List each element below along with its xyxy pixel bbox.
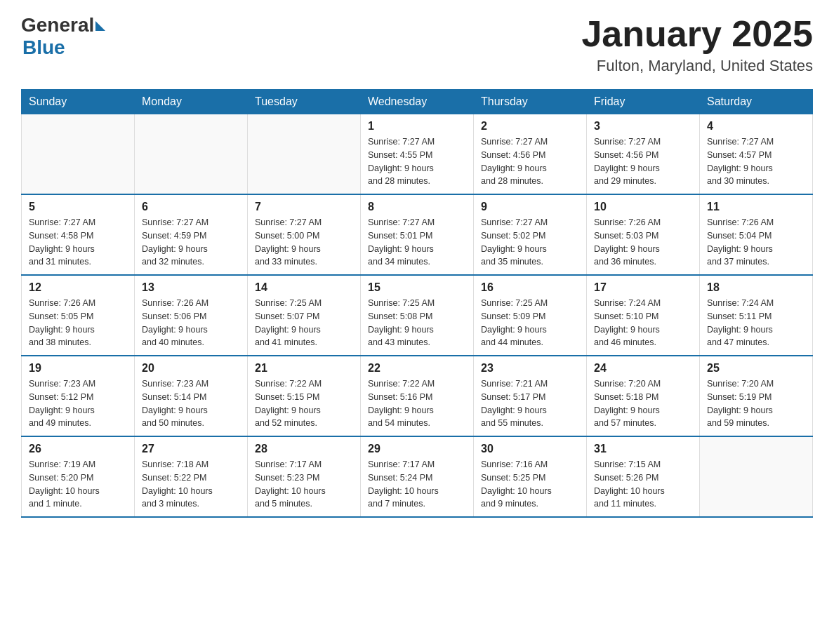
calendar-cell: 25Sunrise: 7:20 AMSunset: 5:19 PMDayligh… [700,356,813,436]
day-info: Sunrise: 7:27 AMSunset: 5:01 PMDaylight:… [368,216,466,269]
calendar-header-wednesday: Wednesday [361,90,474,114]
calendar-cell: 26Sunrise: 7:19 AMSunset: 5:20 PMDayligh… [22,436,135,517]
day-info: Sunrise: 7:27 AMSunset: 4:56 PMDaylight:… [594,135,692,188]
calendar-cell: 23Sunrise: 7:21 AMSunset: 5:17 PMDayligh… [474,356,587,436]
day-info: Sunrise: 7:26 AMSunset: 5:04 PMDaylight:… [707,216,805,269]
day-number: 12 [29,281,127,294]
day-number: 23 [481,362,579,375]
calendar-header-thursday: Thursday [474,90,587,114]
day-info: Sunrise: 7:24 AMSunset: 5:11 PMDaylight:… [707,297,805,349]
calendar-cell: 30Sunrise: 7:16 AMSunset: 5:25 PMDayligh… [474,436,587,517]
calendar-header-row: SundayMondayTuesdayWednesdayThursdayFrid… [22,90,813,114]
day-info: Sunrise: 7:27 AMSunset: 4:57 PMDaylight:… [707,135,805,188]
day-info: Sunrise: 7:25 AMSunset: 5:09 PMDaylight:… [481,297,579,349]
calendar-cell [248,114,361,195]
day-info: Sunrise: 7:15 AMSunset: 5:26 PMDaylight:… [594,458,692,511]
calendar-header-sunday: Sunday [22,90,135,114]
day-number: 20 [142,362,240,375]
day-number: 9 [481,201,579,213]
day-number: 26 [29,443,127,455]
day-number: 24 [594,362,692,375]
day-info: Sunrise: 7:22 AMSunset: 5:15 PMDaylight:… [255,377,353,430]
title-block: January 2025 Fulton, Maryland, United St… [581,14,813,75]
day-info: Sunrise: 7:24 AMSunset: 5:10 PMDaylight:… [594,297,692,349]
day-info: Sunrise: 7:22 AMSunset: 5:16 PMDaylight:… [368,377,466,430]
calendar-cell: 15Sunrise: 7:25 AMSunset: 5:08 PMDayligh… [361,275,474,356]
day-number: 25 [707,362,805,375]
calendar-cell [135,114,248,195]
calendar-header-saturday: Saturday [700,90,813,114]
day-info: Sunrise: 7:23 AMSunset: 5:14 PMDaylight:… [142,377,240,430]
day-number: 27 [142,443,240,455]
calendar-cell: 24Sunrise: 7:20 AMSunset: 5:18 PMDayligh… [587,356,700,436]
calendar-cell: 2Sunrise: 7:27 AMSunset: 4:56 PMDaylight… [474,114,587,195]
day-number: 10 [594,201,692,213]
day-number: 22 [368,362,466,375]
calendar-cell: 19Sunrise: 7:23 AMSunset: 5:12 PMDayligh… [22,356,135,436]
calendar-header-monday: Monday [135,90,248,114]
logo: General Blue [21,14,105,59]
calendar-week-row: 26Sunrise: 7:19 AMSunset: 5:20 PMDayligh… [22,436,813,517]
calendar-cell: 1Sunrise: 7:27 AMSunset: 4:55 PMDaylight… [361,114,474,195]
day-info: Sunrise: 7:21 AMSunset: 5:17 PMDaylight:… [481,377,579,430]
day-number: 3 [594,120,692,133]
day-info: Sunrise: 7:17 AMSunset: 5:24 PMDaylight:… [368,458,466,511]
day-info: Sunrise: 7:19 AMSunset: 5:20 PMDaylight:… [29,458,127,511]
calendar-week-row: 1Sunrise: 7:27 AMSunset: 4:55 PMDaylight… [22,114,813,195]
calendar-cell: 12Sunrise: 7:26 AMSunset: 5:05 PMDayligh… [22,275,135,356]
calendar-cell: 10Sunrise: 7:26 AMSunset: 5:03 PMDayligh… [587,194,700,275]
day-number: 30 [481,443,579,455]
calendar-table: SundayMondayTuesdayWednesdayThursdayFrid… [21,89,813,518]
calendar-cell: 8Sunrise: 7:27 AMSunset: 5:01 PMDaylight… [361,194,474,275]
calendar-cell: 4Sunrise: 7:27 AMSunset: 4:57 PMDaylight… [700,114,813,195]
calendar-week-row: 5Sunrise: 7:27 AMSunset: 4:58 PMDaylight… [22,194,813,275]
day-number: 7 [255,201,353,213]
calendar-cell [22,114,135,195]
calendar-cell: 13Sunrise: 7:26 AMSunset: 5:06 PMDayligh… [135,275,248,356]
calendar-week-row: 19Sunrise: 7:23 AMSunset: 5:12 PMDayligh… [22,356,813,436]
calendar-cell: 18Sunrise: 7:24 AMSunset: 5:11 PMDayligh… [700,275,813,356]
day-number: 29 [368,443,466,455]
calendar-header-tuesday: Tuesday [248,90,361,114]
day-number: 4 [707,120,805,133]
calendar-cell: 16Sunrise: 7:25 AMSunset: 5:09 PMDayligh… [474,275,587,356]
calendar-cell: 28Sunrise: 7:17 AMSunset: 5:23 PMDayligh… [248,436,361,517]
day-info: Sunrise: 7:25 AMSunset: 5:08 PMDaylight:… [368,297,466,349]
day-number: 13 [142,281,240,294]
day-number: 15 [368,281,466,294]
day-info: Sunrise: 7:27 AMSunset: 4:59 PMDaylight:… [142,216,240,269]
logo-arrow-icon [95,21,105,31]
location-title: Fulton, Maryland, United States [581,57,813,75]
day-info: Sunrise: 7:17 AMSunset: 5:23 PMDaylight:… [255,458,353,511]
calendar-cell: 9Sunrise: 7:27 AMSunset: 5:02 PMDaylight… [474,194,587,275]
calendar-cell [700,436,813,517]
day-info: Sunrise: 7:20 AMSunset: 5:19 PMDaylight:… [707,377,805,430]
calendar-header-friday: Friday [587,90,700,114]
day-info: Sunrise: 7:26 AMSunset: 5:05 PMDaylight:… [29,297,127,349]
day-info: Sunrise: 7:27 AMSunset: 4:58 PMDaylight:… [29,216,127,269]
day-info: Sunrise: 7:27 AMSunset: 5:02 PMDaylight:… [481,216,579,269]
day-info: Sunrise: 7:27 AMSunset: 4:55 PMDaylight:… [368,135,466,188]
calendar-cell: 21Sunrise: 7:22 AMSunset: 5:15 PMDayligh… [248,356,361,436]
day-number: 19 [29,362,127,375]
calendar-cell: 6Sunrise: 7:27 AMSunset: 4:59 PMDaylight… [135,194,248,275]
day-number: 17 [594,281,692,294]
calendar-cell: 5Sunrise: 7:27 AMSunset: 4:58 PMDaylight… [22,194,135,275]
calendar-cell: 29Sunrise: 7:17 AMSunset: 5:24 PMDayligh… [361,436,474,517]
calendar-cell: 31Sunrise: 7:15 AMSunset: 5:26 PMDayligh… [587,436,700,517]
day-number: 21 [255,362,353,375]
calendar-cell: 11Sunrise: 7:26 AMSunset: 5:04 PMDayligh… [700,194,813,275]
day-info: Sunrise: 7:27 AMSunset: 5:00 PMDaylight:… [255,216,353,269]
day-number: 14 [255,281,353,294]
day-number: 6 [142,201,240,213]
calendar-cell: 14Sunrise: 7:25 AMSunset: 5:07 PMDayligh… [248,275,361,356]
day-number: 8 [368,201,466,213]
day-info: Sunrise: 7:20 AMSunset: 5:18 PMDaylight:… [594,377,692,430]
calendar-cell: 7Sunrise: 7:27 AMSunset: 5:00 PMDaylight… [248,194,361,275]
page-header: General Blue January 2025 Fulton, Maryla… [21,14,813,75]
day-number: 31 [594,443,692,455]
day-number: 1 [368,120,466,133]
month-title: January 2025 [581,14,813,54]
day-number: 5 [29,201,127,213]
day-info: Sunrise: 7:23 AMSunset: 5:12 PMDaylight:… [29,377,127,430]
